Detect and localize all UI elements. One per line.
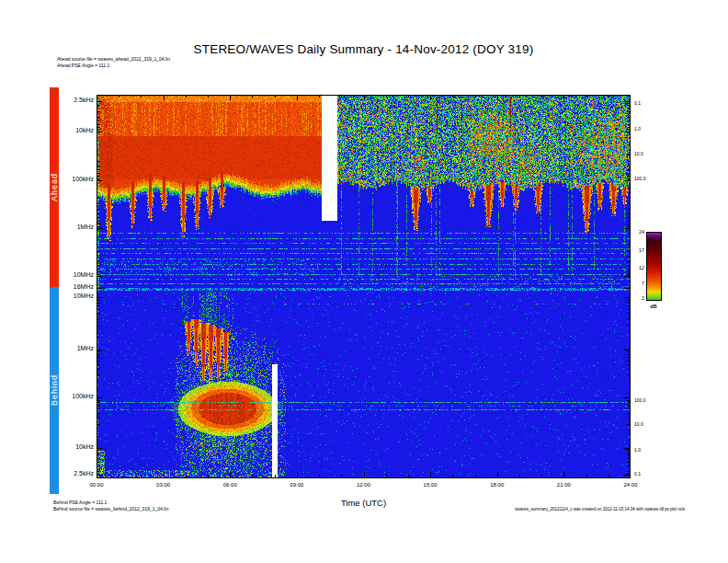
density-axis-labels-item: 100.0 bbox=[634, 397, 664, 403]
frequency-axis-labels-item: 10kHz bbox=[37, 127, 94, 133]
density-axis-labels-item: 0.1 bbox=[634, 100, 664, 106]
colorbar-tick-labels-item: 12 bbox=[624, 265, 644, 270]
frequency-axis-labels-item: 1MHz bbox=[37, 224, 94, 230]
time-axis-labels-item: 15:00 bbox=[415, 482, 446, 488]
colorbar-tick-labels-item: 7 bbox=[624, 281, 644, 286]
colorbar-tick-labels-item: 17 bbox=[624, 247, 644, 253]
intensity-colorbar bbox=[646, 232, 662, 301]
time-axis-labels-item: 00:00 bbox=[81, 482, 112, 488]
frequency-axis-labels-item: 2.5kHz bbox=[37, 470, 94, 477]
time-axis-labels-item: 12:00 bbox=[348, 482, 380, 488]
density-axis-labels-item: 10.0 bbox=[634, 151, 664, 156]
frequency-axis-labels-item: 100kHz bbox=[37, 176, 94, 182]
density-axis-labels-item: 1.0 bbox=[634, 126, 664, 132]
frequency-axis-labels-item: 10kHz bbox=[37, 443, 94, 450]
density-axis-labels-item: 10.0 bbox=[634, 421, 664, 427]
density-axis-labels-item: 1.0 bbox=[634, 447, 664, 453]
frequency-axis-labels-item: 10MHz bbox=[37, 293, 94, 299]
behind-panel-color-bar: Behind bbox=[50, 287, 59, 494]
frequency-axis-labels-item: 1MHz bbox=[37, 345, 94, 351]
colorbar-tick-labels-item: 24 bbox=[624, 229, 644, 235]
spectrogram-canvas bbox=[97, 95, 631, 478]
frequency-axis-labels-item: 16MHz bbox=[37, 283, 94, 290]
time-axis-labels-item: 18:00 bbox=[482, 482, 513, 488]
colorbar-units-label: dB bbox=[644, 304, 663, 309]
time-axis-labels-item: 24:00 bbox=[615, 482, 646, 488]
ahead-panel-color-bar: Ahead bbox=[50, 87, 59, 287]
time-axis-labels-item: 06:00 bbox=[214, 482, 245, 488]
behind-source-file-text: Behind source file = swaves_behind_2012_… bbox=[53, 506, 168, 512]
credit-text: swaves_summary_20121114_c was created on… bbox=[515, 507, 685, 511]
behind-pse-angle-text: Behind PSE Angle = 111.1 bbox=[53, 500, 107, 506]
time-axis-labels-item: 21:00 bbox=[548, 482, 579, 488]
page-title: STEREO/WAVES Daily Summary - 14-Nov-2012… bbox=[97, 42, 631, 56]
ahead-pse-angle-text: Ahead PSE Angle = 111.1 bbox=[57, 63, 109, 69]
density-axis-labels-item: 100.0 bbox=[634, 176, 664, 181]
time-axis-labels-item: 09:00 bbox=[281, 482, 313, 488]
frequency-axis-labels-item: 100kHz bbox=[37, 393, 94, 399]
stereo-waves-daily-summary: STEREO/WAVES Daily Summary - 14-Nov-2012… bbox=[0, 0, 728, 563]
ahead-source-file-text: Ahead source file = swaves_ahead_2012_31… bbox=[57, 56, 170, 63]
time-axis-labels-item: 03:00 bbox=[148, 482, 179, 488]
density-axis-labels-item: 0.1 bbox=[634, 471, 664, 477]
frequency-axis-labels-item: 10MHz bbox=[37, 271, 94, 278]
colorbar-tick-labels-item: 2 bbox=[624, 295, 644, 301]
behind-panel-label: Behind bbox=[50, 374, 59, 406]
frequency-axis-labels-item: 2.5kHz bbox=[37, 97, 94, 103]
